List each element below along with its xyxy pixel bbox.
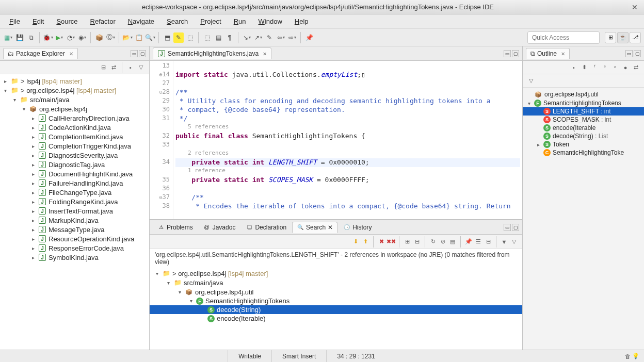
tab-problems[interactable]: ⚠Problems [153, 222, 198, 233]
coverage-button[interactable]: ◔ [66, 32, 76, 43]
show-ws-button[interactable]: ⬚ [202, 32, 212, 43]
code-line[interactable]: * Encodes the iterable of tokens into a … [175, 202, 520, 211]
save-all-button[interactable]: ⧉ [26, 32, 36, 43]
twisty-icon[interactable]: ▸ [30, 245, 36, 251]
twisty-icon[interactable]: ▸ [2, 78, 8, 84]
minimize-icon[interactable]: ▭ [504, 50, 511, 57]
tree-item[interactable]: ▸lsp4j [lsp4j master] [0, 76, 149, 86]
view-menu-button[interactable]: ▽ [510, 238, 518, 246]
highlight-button[interactable]: ✎ [173, 32, 184, 43]
code-line[interactable]: private static int SCOPES_MASK = 0x0000F… [175, 176, 520, 185]
new-package-button[interactable]: 📦 [94, 32, 104, 43]
twisty-icon[interactable]: ▸ [30, 125, 36, 130]
twisty-icon[interactable]: ▸ [30, 143, 36, 149]
tree-item[interactable]: ▸CallHierarchyDirection.java [0, 113, 149, 123]
close-icon[interactable]: ✕ [263, 51, 267, 57]
outline-item[interactable]: Sdecode(String) : List [523, 132, 644, 140]
tree-item[interactable]: ▸CodeActionKind.java [0, 123, 149, 132]
search-result-item[interactable]: ▾org.eclipse.lsp4j [lsp4j master] [150, 269, 522, 278]
last-edit-button[interactable]: ✎ [264, 32, 275, 43]
codelens-refs[interactable]: 2 references [175, 150, 520, 158]
code-line[interactable] [175, 62, 520, 71]
open-type-button[interactable]: 📂 [122, 32, 133, 43]
close-icon[interactable]: ✕ [328, 224, 333, 231]
code-line[interactable]: * Utility class for encoding and decodin… [175, 97, 520, 106]
tree-item[interactable]: ▾org.eclipse.lsp4j [lsp4j master] [0, 86, 149, 95]
tab-declaration[interactable]: ❏Declaration [241, 222, 291, 233]
menu-source[interactable]: Source [51, 16, 83, 27]
code-line[interactable]: public final class SemanticHighlightingT… [175, 132, 520, 141]
focus-button[interactable]: ▪ [570, 63, 578, 72]
editor-tab[interactable]: SemanticHighlightingTokens.java ✕ [153, 47, 271, 59]
back-button[interactable]: ⇦ [276, 32, 286, 43]
tree-item[interactable]: ▸DiagnosticSeverity.java [0, 151, 149, 160]
pin-button[interactable]: 📌 [304, 32, 314, 43]
code-line[interactable]: * compact, {@code base64} representation… [175, 106, 520, 114]
outline-tab[interactable]: ⧉ Outline ✕ [526, 48, 570, 59]
close-icon[interactable]: ✕ [69, 51, 73, 57]
link-button[interactable]: ⇄ [632, 63, 640, 72]
outline-item[interactable]: ▾FSemanticHighlightingTokens [523, 99, 644, 107]
search-result-item[interactable]: ▾src/main/java [150, 278, 522, 287]
twisty-icon[interactable]: ▾ [526, 101, 532, 106]
minimize-icon[interactable]: ▭ [625, 50, 633, 57]
maximize-icon[interactable]: ▢ [139, 50, 146, 57]
remove-selected-button[interactable]: ✖ [377, 238, 385, 246]
code-line[interactable] [175, 141, 520, 150]
outline-item[interactable]: org.eclipse.lsp4j.util [523, 90, 644, 99]
menu-edit[interactable]: Edit [27, 16, 49, 27]
twisty-icon[interactable]: ▸ [30, 218, 36, 223]
twisty-icon[interactable]: ▸ [30, 236, 36, 242]
code-line[interactable] [175, 185, 520, 193]
show-ws2-button[interactable]: ▤ [213, 32, 223, 43]
menu-search[interactable]: Search [162, 16, 193, 27]
editor-body[interactable]: 13⊕1427⊖282930313233343536⊖3738 import s… [150, 61, 522, 219]
hide-static-button[interactable]: ˢ [601, 63, 609, 72]
view-menu-button[interactable]: ▽ [137, 63, 145, 72]
twisty-icon[interactable]: ▸ [30, 162, 36, 168]
run-button[interactable]: ▶ [54, 32, 65, 43]
tab-history[interactable]: 🕓History [339, 222, 376, 233]
tree-item[interactable]: ▸ResourceOperationKind.java [0, 234, 149, 243]
tree-item[interactable]: ▸FailureHandlingKind.java [0, 178, 149, 188]
codelens-refs[interactable]: 1 reference [175, 167, 520, 176]
code-line[interactable]: /** [175, 88, 520, 97]
debug-button[interactable]: 🐞 [43, 32, 53, 43]
heap-status-button[interactable]: 🗑 [623, 352, 632, 360]
hide-nonpublic-button[interactable]: ⁿ [611, 63, 619, 72]
code-line[interactable]: */ [175, 114, 520, 123]
tab-search[interactable]: 🔍Search ✕ [292, 222, 337, 233]
menu-file[interactable]: File [4, 16, 25, 27]
minimize-icon[interactable]: ▭ [131, 50, 138, 57]
tree-item[interactable]: ▸MarkupKind.java [0, 216, 149, 225]
twisty-icon[interactable]: ▸ [30, 227, 36, 233]
minimize-icon[interactable]: ▭ [504, 224, 511, 231]
twisty-icon[interactable]: ▸ [30, 116, 36, 121]
tree-item[interactable]: ▸MessageType.java [0, 225, 149, 234]
outline-tree[interactable]: org.eclipse.lsp4j.util▾FSemanticHighligh… [523, 88, 644, 350]
tree-item[interactable]: ▾org.eclipse.lsp4j [0, 104, 149, 113]
remove-all-button[interactable]: ✖✖ [387, 238, 395, 246]
close-icon[interactable]: ✕ [631, 3, 639, 11]
run-last-button[interactable]: ◉ [77, 32, 87, 43]
open-task-button[interactable]: 📋 [134, 32, 144, 43]
link-editor-button[interactable]: ⇄ [109, 63, 118, 72]
search-result-item[interactable]: Sencode(Iterable) [150, 314, 522, 323]
pilcrow-button[interactable]: ¶ [224, 32, 235, 43]
maximize-icon[interactable]: ▢ [634, 50, 641, 57]
twisty-icon[interactable]: ▾ [165, 280, 171, 286]
code-line[interactable]: private static int LENGTH_SHIFT = 0x0000… [175, 158, 520, 167]
forward-button[interactable]: ⇨ [287, 32, 297, 43]
close-icon[interactable]: ✕ [561, 51, 565, 57]
twisty-icon[interactable]: ▸ [30, 180, 36, 186]
search-result-item[interactable]: ▾FSemanticHighlightingTokens [150, 297, 522, 305]
maximize-icon[interactable]: ▢ [512, 50, 519, 57]
hide-local-button[interactable]: ● [621, 63, 630, 72]
run-search-button[interactable]: ↻ [429, 238, 437, 246]
tree-item[interactable]: ▸InsertTextFormat.java [0, 206, 149, 216]
tree-item[interactable]: ▸DocumentHighlightKind.java [0, 169, 149, 178]
tree-item[interactable]: ▸CompletionItemKind.java [0, 132, 149, 141]
code-line[interactable]: import static java.util.Collections.empt… [175, 71, 520, 79]
save-button[interactable]: 💾 [14, 32, 25, 43]
twisty-icon[interactable]: ▸ [30, 208, 36, 214]
